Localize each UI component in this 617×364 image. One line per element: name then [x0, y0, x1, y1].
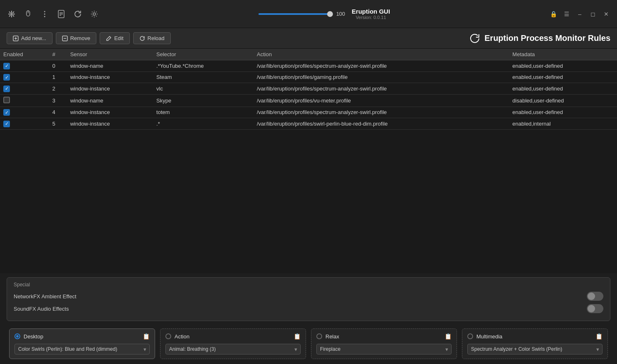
more-dots-icon[interactable]	[38, 7, 51, 21]
volume-thumb[interactable]	[327, 11, 333, 17]
profile-card-relax[interactable]: Relax 📋 Fireplace	[311, 328, 457, 359]
networkfx-label: NetworkFX Ambient Effect	[14, 293, 582, 300]
profile-header: Action 📋	[165, 333, 301, 340]
svg-point-0	[11, 13, 12, 15]
col-action: Action	[253, 49, 509, 60]
soundfx-label: SoundFX Audio Effects	[14, 306, 582, 312]
cell-selector: vlc	[153, 83, 253, 95]
svg-line-8	[9, 15, 11, 17]
enabled-checkbox[interactable]	[3, 63, 10, 69]
svg-line-5	[9, 12, 11, 13]
remove-icon	[62, 36, 68, 41]
page-title: Eruption Process Monitor Rules	[469, 33, 610, 44]
table-row[interactable]: 2 window-instance vlc /var/lib/eruption/…	[0, 83, 617, 95]
profile-select[interactable]: Animal: Breathing (3)	[165, 344, 301, 354]
table-row[interactable]: 3 window-name Skype /var/lib/eruption/pr…	[0, 94, 617, 107]
cell-action: /var/lib/eruption/profiles/gaming.profil…	[253, 71, 509, 83]
svg-line-6	[13, 15, 14, 17]
profile-select-wrapper[interactable]: Spectrum Analyzer + Color Swirls (Perlin…	[467, 344, 603, 354]
lock-button[interactable]: 🔒	[548, 8, 559, 20]
minimize-button[interactable]: –	[574, 8, 586, 20]
cell-enabled[interactable]	[0, 118, 49, 130]
profile-edit-icon[interactable]: 📋	[445, 333, 452, 340]
cell-enabled[interactable]	[0, 71, 49, 83]
volume-control[interactable]: 100	[258, 11, 345, 17]
table-row[interactable]: 5 window-instance .* /var/lib/eruption/p…	[0, 118, 617, 130]
special-section: Special NetworkFX Ambient Effect SoundFX…	[7, 277, 610, 321]
profile-radio[interactable]	[165, 333, 171, 339]
profile-card-multimedia[interactable]: Multimedia 📋 Spectrum Analyzer + Color S…	[462, 328, 608, 359]
soundfx-toggle[interactable]	[587, 304, 603, 313]
cell-enabled[interactable]	[0, 107, 49, 118]
svg-point-13	[44, 16, 45, 17]
app-version: Version: 0.0.11	[352, 15, 390, 20]
enabled-checkbox[interactable]	[3, 74, 10, 81]
app-title: Eruption GUI	[352, 8, 390, 15]
mouse-icon[interactable]	[22, 7, 35, 21]
col-enabled: Enabled	[0, 49, 49, 60]
profile-radio[interactable]	[467, 333, 473, 339]
profile-card-desktop[interactable]: Desktop 📋 Color Swirls (Perlin): Blue an…	[9, 328, 155, 359]
volume-slider[interactable]	[258, 13, 333, 15]
cell-metadata: enabled,user-defined	[509, 60, 617, 72]
table-row[interactable]: 1 window-instance Steam /var/lib/eruptio…	[0, 71, 617, 83]
col-sensor: Sensor	[67, 49, 153, 60]
profile-edit-icon[interactable]: 📋	[143, 333, 150, 340]
col-selector: Selector	[153, 49, 253, 60]
profile-name: Desktop	[24, 333, 139, 340]
add-new-button[interactable]: Add new...	[7, 32, 53, 44]
page-title-sync-icon	[469, 33, 481, 44]
hamburger-menu-button[interactable]: ☰	[561, 8, 572, 20]
enabled-checkbox[interactable]	[3, 86, 10, 92]
close-button[interactable]: ✕	[600, 8, 612, 20]
profile-radio[interactable]	[316, 333, 322, 339]
app-title-block: Eruption GUI Version: 0.0.11	[352, 8, 390, 20]
rules-tbody: 0 window-name .*YouTube.*Chrome /var/lib…	[0, 60, 617, 130]
profile-select-wrapper[interactable]: Color Swirls (Perlin): Blue and Red (dim…	[14, 344, 150, 354]
cell-selector: Steam	[153, 71, 253, 83]
sync-icon[interactable]	[71, 7, 84, 21]
rules-table-wrapper: Enabled # Sensor Selector Action Metadat…	[0, 49, 617, 273]
enabled-checkbox[interactable]	[3, 121, 10, 127]
enabled-checkbox[interactable]	[3, 109, 10, 116]
profile-card-action[interactable]: Action 📋 Animal: Breathing (3)	[160, 328, 306, 359]
profile-header: Multimedia 📋	[467, 333, 603, 340]
profile-radio[interactable]	[14, 333, 20, 339]
profile-select-wrapper[interactable]: Animal: Breathing (3)	[165, 344, 301, 354]
cell-enabled[interactable]	[0, 94, 49, 107]
titlebar: 100 Eruption GUI Version: 0.0.11 🔒 ☰ – ◻…	[0, 0, 617, 28]
cell-metadata: enabled,user-defined	[509, 71, 617, 83]
cell-action: /var/lib/eruption/profiles/vu-meter.prof…	[253, 94, 509, 107]
profile-select[interactable]: Spectrum Analyzer + Color Swirls (Perlin…	[467, 344, 603, 354]
networkfx-toggle[interactable]	[587, 292, 603, 301]
reload-button[interactable]: Reload	[133, 32, 171, 44]
enabled-checkbox[interactable]	[3, 97, 10, 103]
cell-enabled[interactable]	[0, 83, 49, 95]
svg-point-12	[44, 13, 45, 14]
cell-metadata: disabled,user-defined	[509, 94, 617, 107]
profile-header: Desktop 📋	[14, 333, 150, 340]
profile-select[interactable]: Color Swirls (Perlin): Blue and Red (dim…	[14, 344, 150, 354]
profile-edit-icon[interactable]: 📋	[294, 333, 301, 340]
table-row[interactable]: 4 window-instance totem /var/lib/eruptio…	[0, 107, 617, 118]
profile-edit-icon[interactable]: 📋	[595, 333, 603, 340]
add-icon	[13, 36, 19, 41]
table-row[interactable]: 0 window-name .*YouTube.*Chrome /var/lib…	[0, 60, 617, 72]
cell-index: 4	[49, 107, 67, 118]
svg-point-11	[44, 11, 45, 12]
cell-index: 2	[49, 83, 67, 95]
profiles-row: Desktop 📋 Color Swirls (Perlin): Blue an…	[0, 325, 617, 364]
document-icon[interactable]	[55, 7, 68, 21]
dashboard-icon[interactable]	[5, 7, 18, 21]
maximize-button[interactable]: ◻	[587, 8, 599, 20]
remove-button[interactable]: Remove	[56, 32, 96, 44]
cell-action: /var/lib/eruption/profiles/spectrum-anal…	[253, 83, 509, 95]
profile-select-wrapper[interactable]: Fireplace	[316, 344, 452, 354]
profile-name: Action	[175, 333, 290, 340]
edit-button[interactable]: Edit	[100, 32, 129, 44]
gear-icon[interactable]	[88, 7, 101, 21]
profile-select[interactable]: Fireplace	[316, 344, 452, 354]
cell-metadata: enabled,user-defined	[509, 83, 617, 95]
cell-action: /var/lib/eruption/profiles/spectrum-anal…	[253, 60, 509, 72]
cell-enabled[interactable]	[0, 60, 49, 72]
